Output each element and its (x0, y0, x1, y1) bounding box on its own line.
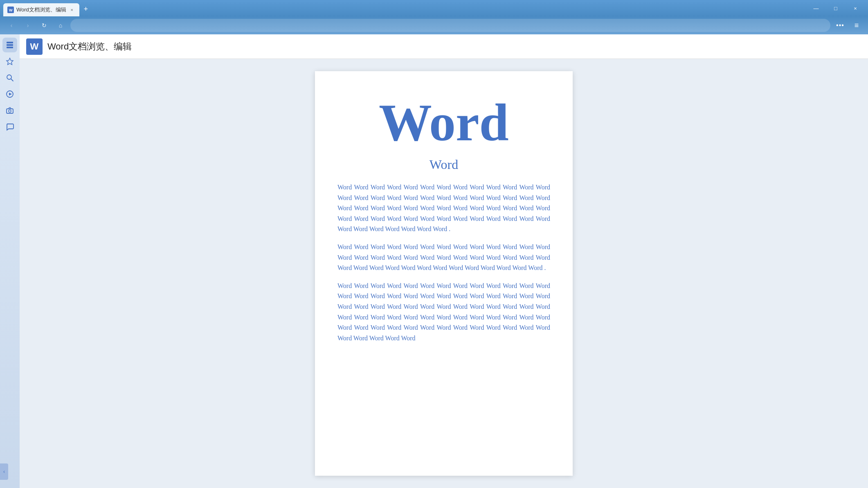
more-options-button[interactable]: ••• (834, 19, 847, 32)
favicon-letter: W (30, 41, 39, 52)
forward-button[interactable]: › (21, 19, 34, 32)
svg-text:W: W (9, 8, 13, 12)
menu-button[interactable]: ≡ (850, 19, 863, 32)
tab-close-button[interactable]: × (69, 7, 75, 13)
svg-marker-5 (7, 58, 13, 65)
sidebar-item-play[interactable] (2, 87, 17, 101)
document-paragraph-1: Word Word Word Word Word Word Word Word … (337, 182, 550, 234)
document-subtitle: Word (337, 157, 550, 172)
active-tab[interactable]: W Word文档浏览、编辑 × (3, 3, 79, 16)
refresh-button[interactable]: ↻ (38, 19, 51, 32)
svg-line-7 (11, 79, 13, 81)
svg-rect-2 (7, 42, 13, 43)
back-button[interactable]: ‹ (5, 19, 18, 32)
tab-favicon: W (7, 7, 14, 13)
svg-rect-4 (7, 47, 13, 48)
tab-title: Word文档浏览、编辑 (16, 6, 66, 13)
sidebar-item-favorites[interactable] (2, 54, 17, 69)
svg-point-6 (7, 75, 11, 79)
document-title-large: Word (337, 96, 550, 149)
document-paragraph-3: Word Word Word Word Word Word Word Word … (337, 281, 550, 344)
page-title-bar: W Word文档浏览、编辑 (20, 34, 868, 59)
svg-marker-9 (9, 93, 12, 96)
tab-area: W Word文档浏览、编辑 × + (3, 0, 805, 16)
sidebar-item-search[interactable] (2, 70, 17, 85)
document-paragraph-2: Word Word Word Word Word Word Word Word … (337, 242, 550, 273)
page-favicon: W (26, 38, 43, 55)
new-tab-button[interactable]: + (80, 3, 92, 15)
svg-point-11 (9, 110, 11, 112)
sidebar-toggle-button[interactable]: ‹ (0, 463, 8, 480)
close-window-button[interactable]: × (846, 0, 865, 16)
sidebar: ‹ (0, 34, 20, 488)
nav-bar: ‹ › ↻ ⌂ ••• ≡ (0, 16, 868, 34)
maximize-button[interactable]: □ (826, 0, 845, 16)
title-bar: W Word文档浏览、编辑 × + — □ × (0, 0, 868, 16)
main-content: Word Word Word Word Word Word Word Word … (20, 59, 868, 488)
window-controls: — □ × (807, 0, 865, 16)
document-page: Word Word Word Word Word Word Word Word … (315, 71, 573, 476)
address-bar[interactable] (70, 19, 830, 32)
minimize-button[interactable]: — (807, 0, 825, 16)
sidebar-item-chat[interactable] (2, 119, 17, 134)
svg-rect-10 (7, 109, 13, 113)
svg-rect-3 (7, 44, 13, 46)
home-button[interactable]: ⌂ (54, 19, 67, 32)
sidebar-item-camera[interactable] (2, 103, 17, 118)
page-title: Word文档浏览、编辑 (47, 40, 132, 53)
sidebar-item-tabs[interactable] (2, 38, 17, 52)
